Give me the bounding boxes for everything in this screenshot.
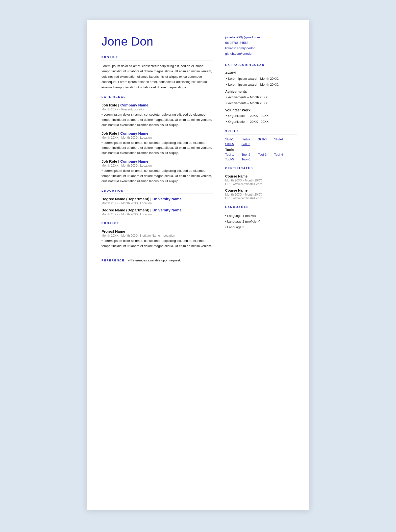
achievements-title: Achivements — [225, 90, 297, 94]
profile-divider — [101, 60, 213, 60]
languages-section: LANGUAGES • Language 1 (native) • Langua… — [225, 205, 297, 230]
languages-divider — [225, 210, 297, 210]
cert-course-2: Course Name — [225, 188, 297, 192]
volunteer-item-1: • Organization – 20XX - 20XX — [225, 113, 297, 118]
tool-6: Tool-6 — [242, 157, 254, 161]
skill-4: Skill-4 — [274, 137, 287, 141]
job-date-3: Month 20XX - Month 20XX, Location — [101, 164, 213, 167]
skills-grid: Skill-1 Skill-2 Skill-3 Skill-4 Skill-5 … — [225, 137, 297, 146]
job-title-1: Job Role | Company Name — [101, 103, 213, 107]
project-date: Month 20XX - Month 20XX, Institute Name … — [101, 234, 213, 237]
contact-linkedin: linkedin.com/jonedon — [225, 46, 297, 51]
lang-3: • Language 3 — [225, 225, 297, 230]
project-section: PROJECT Project Name Month 20XX - Month … — [101, 222, 213, 249]
profile-section-title: PROFILE — [101, 56, 213, 59]
cert-course-1: Course Name — [225, 174, 297, 178]
certificates-section: CERTIFICATES Course Name Month 20XX - Mo… — [225, 167, 297, 200]
extra-curricular-title: EXTRA-CURRICULAR — [225, 63, 297, 66]
job-desc-2: • Lorem ipsum dolor sit amet, consectetu… — [101, 140, 213, 156]
award-title: Award — [225, 71, 297, 75]
tool-2: Tool-2 — [242, 153, 254, 156]
job-date-1: Month 20XX - Present, Location — [101, 108, 213, 111]
contact-email: jonedon999@gmail.com — [225, 35, 297, 40]
experience-section: EXPERIENCE Job Role | Company Name Month… — [101, 95, 213, 184]
degree-entry-2: Degree Name (Department) | University Na… — [101, 208, 213, 216]
reference-text: – References available upon request. — [128, 258, 181, 262]
skill-1: Skill-1 — [225, 137, 238, 141]
left-column: Jone Don PROFILE Lorem ipsum dolor sit a… — [101, 35, 213, 495]
languages-section-title: LANGUAGES — [225, 205, 297, 208]
tool-3: Tool-3 — [258, 153, 270, 156]
achievement-item-1: • Achivements – Month 20XX — [225, 95, 297, 100]
education-section-title: EDUCATION — [101, 189, 213, 192]
cert-date-2: Month 20XX - Month 20XX — [225, 193, 297, 196]
tools-label: Tools — [225, 148, 297, 152]
reference-section: REFERENCE – References available upon re… — [101, 255, 213, 262]
award-item-1: • Lorem Ipsum award – Month 20XX. — [225, 76, 297, 81]
degree-date-2: Month 20XX - Month 20XX, Location — [101, 213, 213, 216]
contact-github: github.com/jonedon — [225, 51, 297, 56]
job-entry-2: Job Role | Company Name Month 20XX - Mon… — [101, 131, 213, 156]
achievement-item-2: • Achivements – Month 20XX — [225, 101, 297, 106]
skills-section-title: SKILLS — [225, 130, 297, 133]
project-name: Project Name — [101, 229, 213, 233]
project-divider — [101, 226, 213, 226]
skill-3: Skill-3 — [258, 137, 270, 141]
job-date-2: Month 20XX - Month 20XX, Location — [101, 136, 213, 139]
volunteer-item-2: • Organization – 20XX - 20XX — [225, 119, 297, 124]
education-divider — [101, 194, 213, 194]
tools-grid: Tool-1 Tool-2 Tool-3 Tool-4 Tool-5 Tool-… — [225, 153, 297, 161]
cert-url-1: URL: www.certificate1.com — [225, 182, 297, 186]
skills-divider — [225, 134, 297, 134]
lang-2: • Language 2 (proficient) — [225, 219, 297, 225]
skill-5: Skill-5 — [225, 142, 238, 146]
contact-phone: 66 98766 34563 — [225, 40, 297, 46]
certificates-divider — [225, 171, 297, 171]
degree-2: Degree Name (Department) | University Na… — [101, 208, 213, 212]
extra-curricular-section: EXTRA-CURRICULAR Award • Lorem Ipsum awa… — [225, 63, 297, 124]
tool-1: Tool-1 — [225, 153, 238, 156]
degree-1: Degree Name (Department) | University Na… — [101, 197, 213, 201]
job-entry-3: Job Role | Company Name Month 20XX - Mon… — [101, 159, 213, 184]
contact-section: jonedon999@gmail.com 66 98766 34563 link… — [225, 35, 297, 56]
cert-date-1: Month 20XX - Month 20XX — [225, 179, 297, 182]
experience-section-title: EXPERIENCE — [101, 95, 213, 98]
profile-section: PROFILE Lorem ipsum dolor sit amet, cons… — [101, 56, 213, 90]
award-item-2: • Lorem Ipsum award – Month 20XX. — [225, 82, 297, 87]
cert-entry-1: Course Name Month 20XX - Month 20XX URL:… — [225, 174, 297, 186]
job-desc-1: • Lorem ipsum dolor sit amet, consectetu… — [101, 112, 213, 127]
certificates-section-title: CERTIFICATES — [225, 167, 297, 170]
skill-2: Skill-2 — [242, 137, 254, 141]
profile-text: Lorem ipsum dolor sit amet, consectetur … — [101, 63, 213, 90]
tool-4: Tool-4 — [274, 153, 287, 156]
skill-6: Skill-6 — [242, 142, 254, 146]
right-column: jonedon999@gmail.com 66 98766 34563 link… — [223, 35, 297, 495]
degree-date-1: Month 20XX - Month 20XX, Location — [101, 202, 213, 205]
job-title-3: Job Role | Company Name — [101, 159, 213, 163]
candidate-name: Jone Don — [101, 35, 213, 48]
degree-entry-1: Degree Name (Department) | University Na… — [101, 197, 213, 205]
cert-url-2: URL: www.certificate1.com — [225, 197, 297, 200]
lang-1: • Language 1 (native) — [225, 213, 297, 219]
job-entry-1: Job Role | Company Name Month 20XX - Pre… — [101, 103, 213, 127]
volunteer-title: Volunteer Work — [225, 108, 297, 112]
project-desc: • Lorem ipsum dolor sit amet, consectetu… — [101, 238, 213, 249]
tool-5: Tool-5 — [225, 157, 238, 161]
resume-page: Jone Don PROFILE Lorem ipsum dolor sit a… — [87, 20, 309, 510]
education-section: EDUCATION Degree Name (Department) | Uni… — [101, 189, 213, 216]
project-section-title: PROJECT — [101, 222, 213, 225]
job-title-2: Job Role | Company Name — [101, 131, 213, 135]
reference-label: REFERENCE — [101, 259, 124, 262]
cert-entry-2: Course Name Month 20XX - Month 20XX URL:… — [225, 188, 297, 200]
skills-section: SKILLS Skill-1 Skill-2 Skill-3 Skill-4 S… — [225, 130, 297, 161]
extra-curricular-divider — [225, 68, 297, 68]
experience-divider — [101, 100, 213, 100]
job-desc-3: • Lorem ipsum dolor sit amet, consectetu… — [101, 168, 213, 184]
